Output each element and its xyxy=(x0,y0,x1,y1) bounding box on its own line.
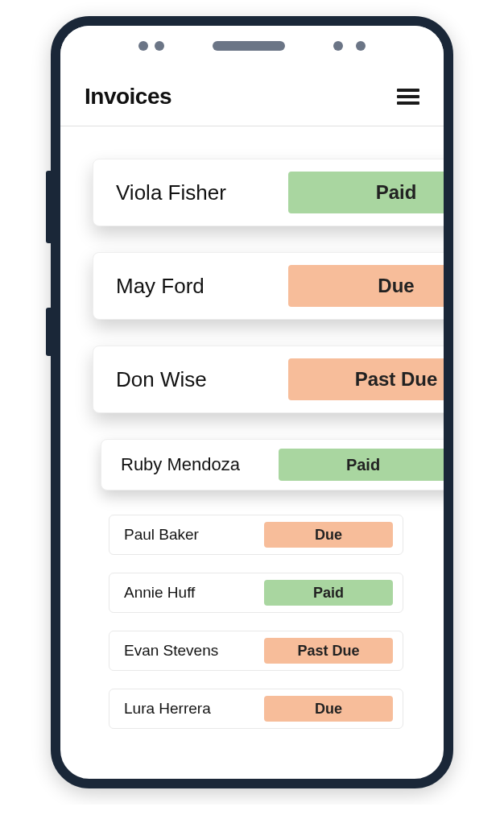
invoice-name: Paul Baker xyxy=(124,526,199,544)
status-badge: Past Due xyxy=(264,638,393,664)
invoice-name: Viola Fisher xyxy=(116,180,226,205)
sensor-dot-icon xyxy=(138,41,148,51)
phone-sensor-bar xyxy=(60,26,444,66)
invoice-name: Don Wise xyxy=(116,367,207,392)
sensor-dot-icon xyxy=(155,41,164,51)
invoice-name: Ruby Mendoza xyxy=(121,454,240,475)
invoice-name: Evan Stevens xyxy=(124,642,218,660)
speaker-icon xyxy=(213,41,285,51)
status-badge: Due xyxy=(264,696,393,722)
status-badge: Paid xyxy=(288,172,444,213)
invoice-row[interactable]: Ruby Mendoza Paid xyxy=(101,439,444,490)
app-header: Invoices xyxy=(60,66,444,126)
invoice-name: Lura Herrera xyxy=(124,700,211,718)
status-badge: Due xyxy=(288,265,444,307)
invoice-name: Annie Huff xyxy=(124,584,195,602)
menu-icon[interactable] xyxy=(397,89,419,105)
invoice-row[interactable]: Evan Stevens Past Due xyxy=(109,631,403,671)
invoice-row[interactable]: Lura Herrera Due xyxy=(109,689,403,729)
status-badge: Paid xyxy=(264,580,393,606)
phone-side-button xyxy=(46,308,51,356)
invoice-name: May Ford xyxy=(116,274,204,299)
invoice-row[interactable]: Don Wise Past Due xyxy=(93,346,444,413)
invoice-row[interactable]: Viola Fisher Paid xyxy=(93,159,444,226)
status-badge: Past Due xyxy=(288,358,444,400)
invoice-list: Viola Fisher Paid May Ford Due Don Wise … xyxy=(60,126,444,779)
phone-frame: Invoices Viola Fisher Paid May Ford Due … xyxy=(51,16,453,788)
sensor-dot-icon xyxy=(333,41,343,51)
page-title: Invoices xyxy=(85,84,171,110)
status-badge: Paid xyxy=(279,449,444,481)
invoice-row[interactable]: Paul Baker Due xyxy=(109,515,403,555)
status-badge: Due xyxy=(264,522,393,548)
invoice-row[interactable]: May Ford Due xyxy=(93,252,444,320)
invoice-row[interactable]: Annie Huff Paid xyxy=(109,573,403,613)
sensor-dot-icon xyxy=(356,41,366,51)
phone-side-button xyxy=(46,171,51,243)
